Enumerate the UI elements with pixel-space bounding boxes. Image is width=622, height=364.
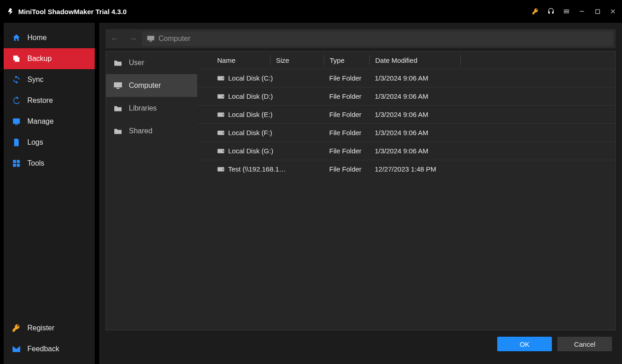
svg-rect-8	[147, 36, 154, 40]
disk-icon	[217, 167, 224, 172]
disk-icon	[217, 76, 224, 81]
file-name: Local Disk (C:)	[228, 74, 273, 82]
svg-rect-0	[580, 11, 584, 11]
svg-rect-10	[114, 82, 122, 87]
file-date: 1/3/2024 9:06 AM	[369, 111, 460, 118]
pathbar: ← → Computer	[106, 29, 616, 48]
place-user[interactable]: User	[106, 51, 197, 74]
svg-rect-5	[17, 160, 20, 163]
sidebar-item-label: Sync	[27, 76, 44, 84]
place-label: User	[129, 59, 144, 67]
col-type[interactable]: Type	[324, 55, 369, 65]
file-date: 12/27/2023 1:48 PM	[369, 165, 460, 173]
close-icon[interactable]	[609, 8, 617, 15]
key-icon[interactable]	[532, 8, 539, 15]
nav-forward-icon[interactable]: →	[124, 34, 142, 44]
file-type: File Folder	[324, 129, 369, 136]
sidebar-item-logs[interactable]: Logs	[4, 132, 95, 153]
sidebar-item-home[interactable]: Home	[4, 27, 95, 48]
file-type: File Folder	[324, 147, 369, 155]
place-libraries[interactable]: Libraries	[106, 97, 197, 120]
sidebar-item-label: Logs	[27, 138, 43, 147]
file-type: File Folder	[324, 111, 369, 118]
titlebar: MiniTool ShadowMaker Trial 4.3.0	[0, 0, 622, 23]
maximize-icon[interactable]	[594, 8, 601, 15]
tools-icon	[12, 159, 21, 168]
file-row[interactable]: Local Disk (C:)File Folder1/3/2024 9:06 …	[197, 69, 615, 87]
col-size[interactable]: Size	[270, 55, 324, 65]
sidebar-item-tools[interactable]: Tools	[4, 153, 95, 174]
ok-button[interactable]: OK	[497, 337, 552, 351]
svg-rect-4	[13, 160, 16, 163]
manage-icon	[12, 117, 21, 126]
disk-icon	[217, 130, 224, 136]
col-date[interactable]: Date Modified	[369, 55, 460, 65]
col-spacer	[460, 55, 615, 65]
svg-rect-11	[117, 88, 119, 89]
file-name: Local Disk (G:)	[228, 147, 273, 155]
place-label: Libraries	[129, 104, 157, 112]
svg-point-23	[222, 168, 224, 170]
sidebar-item-restore[interactable]: Restore	[4, 90, 95, 111]
menu-icon[interactable]	[563, 8, 570, 15]
key-icon	[12, 324, 21, 333]
folder-icon	[113, 105, 122, 112]
cancel-button[interactable]: Cancel	[557, 337, 612, 351]
disk-icon	[217, 112, 224, 117]
file-row[interactable]: Local Disk (D:)File Folder1/3/2024 9:06 …	[197, 87, 615, 105]
file-browser: User Computer Libraries Shared Name	[106, 51, 616, 330]
svg-point-15	[222, 96, 224, 97]
file-type: File Folder	[324, 92, 369, 100]
sidebar-item-label: Feedback	[27, 345, 59, 353]
sidebar-item-label: Register	[27, 324, 55, 332]
folder-user-icon	[113, 59, 122, 66]
monitor-icon	[113, 82, 122, 89]
logs-icon	[12, 138, 21, 147]
svg-point-21	[222, 150, 224, 152]
file-name: Local Disk (D:)	[228, 92, 273, 100]
backup-icon	[12, 54, 21, 63]
sidebar-item-feedback[interactable]: Feedback	[4, 339, 95, 359]
file-name: Local Disk (F:)	[228, 129, 272, 136]
sidebar-item-manage[interactable]: Manage	[4, 111, 95, 132]
place-computer[interactable]: Computer	[106, 74, 197, 97]
col-name[interactable]: Name	[197, 55, 270, 65]
sidebar-item-label: Manage	[27, 117, 54, 126]
file-date: 1/3/2024 9:06 AM	[369, 92, 460, 100]
sidebar-item-sync[interactable]: Sync	[4, 69, 95, 90]
headset-icon[interactable]	[547, 8, 555, 15]
mail-icon	[12, 344, 21, 354]
file-type: File Folder	[324, 74, 369, 82]
sidebar-item-backup[interactable]: Backup	[4, 48, 95, 69]
svg-point-17	[222, 114, 224, 115]
file-rows: Local Disk (C:)File Folder1/3/2024 9:06 …	[197, 69, 615, 330]
svg-point-19	[222, 132, 224, 133]
svg-rect-3	[15, 124, 18, 125]
location-box[interactable]: Computer	[142, 31, 613, 46]
file-row[interactable]: Local Disk (E:)File Folder1/3/2024 9:06 …	[197, 105, 615, 123]
sidebar-item-label: Home	[27, 34, 47, 42]
place-shared[interactable]: Shared	[106, 120, 197, 142]
file-row[interactable]: Test (\\192.168.1…File Folder12/27/2023 …	[197, 160, 615, 178]
home-icon	[12, 33, 21, 42]
file-header: Name Size Type Date Modified	[197, 51, 615, 69]
sidebar-item-register[interactable]: Register	[4, 318, 95, 339]
file-name: Local Disk (E:)	[228, 111, 273, 118]
restore-icon	[12, 96, 21, 105]
app-logo-icon	[5, 7, 15, 16]
sync-icon	[12, 75, 21, 84]
svg-rect-7	[17, 164, 20, 167]
file-name: Test (\\192.168.1…	[228, 165, 286, 173]
file-panel: Name Size Type Date Modified Local Disk …	[197, 51, 615, 330]
places-list: User Computer Libraries Shared	[106, 51, 197, 330]
disk-icon	[217, 94, 224, 99]
minimize-icon[interactable]	[578, 8, 586, 15]
svg-rect-1	[596, 10, 600, 14]
svg-rect-9	[149, 40, 152, 41]
file-row[interactable]: Local Disk (G:)File Folder1/3/2024 9:06 …	[197, 142, 615, 160]
file-type: File Folder	[324, 165, 369, 173]
sidebar: Home Backup Sync Restore Manage Logs Too…	[4, 23, 95, 364]
nav-back-icon[interactable]: ←	[106, 34, 124, 44]
file-row[interactable]: Local Disk (F:)File Folder1/3/2024 9:06 …	[197, 123, 615, 142]
place-label: Computer	[129, 81, 161, 90]
